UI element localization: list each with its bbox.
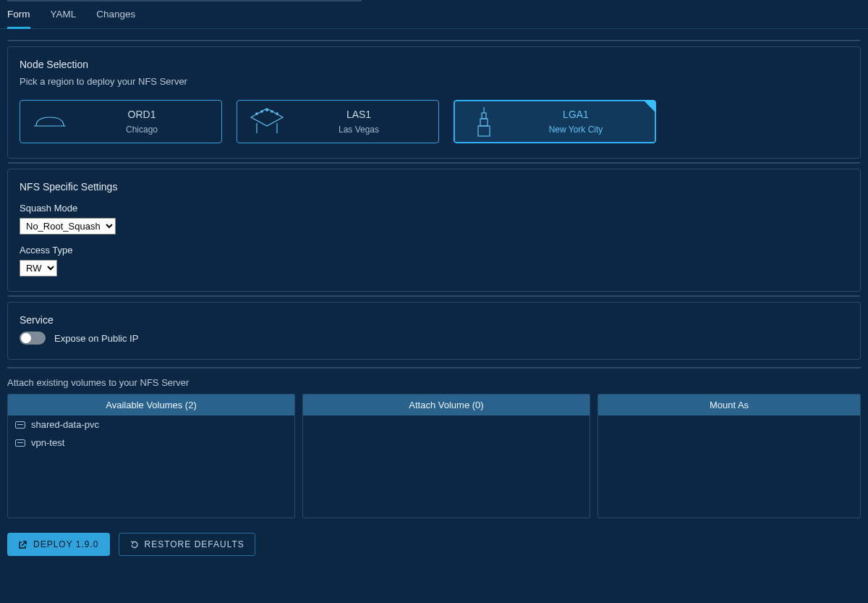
nfs-settings-title: NFS Specific Settings — [20, 181, 848, 193]
attach-volume-column: Attach Volume (0) — [302, 394, 590, 518]
disk-icon — [15, 439, 25, 447]
expose-public-ip-label: Expose on Public IP — [54, 333, 138, 344]
attach-volumes-help: Attach existing volumes to your NFS Serv… — [7, 367, 861, 394]
volume-name: shared-data-pvc — [31, 419, 99, 430]
nfs-settings-panel: NFS Specific Settings Squash Mode No_Roo… — [7, 169, 861, 292]
svg-rect-10 — [482, 113, 486, 119]
region-card-las1[interactable]: LAS1 Las Vegas — [237, 100, 439, 143]
svg-point-3 — [261, 111, 263, 112]
footer-actions: DEPLOY 1.9.0 RESTORE DEFAULTS — [0, 518, 868, 556]
svg-point-6 — [276, 113, 278, 114]
node-selection-panel: Node Selection Pick a region to deploy y… — [7, 46, 861, 159]
region-city: New York City — [505, 125, 647, 135]
node-selection-subtitle: Pick a region to deploy your NFS Server — [20, 76, 848, 87]
available-volumes-column: Available Volumes (2) shared-data-pvc vp… — [7, 394, 295, 518]
service-title: Service — [20, 314, 848, 326]
region-card-ord1[interactable]: ORD1 Chicago — [20, 100, 222, 143]
region-city: Las Vegas — [288, 125, 430, 135]
launch-icon — [18, 540, 27, 549]
squash-mode-select[interactable]: No_Root_Squash — [20, 218, 116, 235]
disk-icon — [15, 421, 25, 429]
svg-point-5 — [271, 111, 273, 112]
volumes-grid: Available Volumes (2) shared-data-pvc vp… — [7, 394, 861, 518]
volume-name: vpn-test — [31, 437, 64, 448]
volume-item[interactable]: shared-data-pvc — [8, 416, 294, 434]
access-type-select[interactable]: RW — [20, 260, 57, 277]
vegas-sign-icon — [246, 106, 288, 138]
tabbar: Form YAML Changes — [0, 1, 868, 29]
region-code: LAS1 — [288, 109, 430, 120]
svg-point-2 — [256, 113, 258, 114]
empire-state-icon — [463, 106, 505, 138]
restore-defaults-button[interactable]: RESTORE DEFAULTS — [119, 533, 255, 556]
tab-yaml[interactable]: YAML — [51, 9, 77, 28]
deploy-button-label: DEPLOY 1.9.0 — [33, 539, 99, 549]
restore-defaults-label: RESTORE DEFAULTS — [145, 539, 244, 549]
mount-as-column: Mount As — [597, 394, 861, 518]
tab-changes[interactable]: Changes — [96, 9, 135, 28]
svg-point-4 — [266, 109, 268, 111]
node-selection-title: Node Selection — [20, 59, 848, 70]
attach-volume-header: Attach Volume (0) — [303, 395, 590, 416]
mount-as-header: Mount As — [598, 395, 860, 416]
reset-icon — [129, 540, 139, 549]
expose-public-ip-toggle[interactable] — [20, 332, 46, 345]
region-code: LGA1 — [505, 109, 647, 120]
region-code: ORD1 — [71, 109, 213, 120]
svg-rect-11 — [480, 119, 488, 126]
svg-rect-12 — [478, 126, 490, 136]
cloud-gate-icon — [29, 106, 71, 138]
deploy-button[interactable]: DEPLOY 1.9.0 — [7, 533, 110, 556]
service-panel: Service Expose on Public IP — [7, 302, 861, 360]
volume-item[interactable]: vpn-test — [8, 434, 294, 452]
available-volumes-header: Available Volumes (2) — [8, 395, 294, 416]
access-type-label: Access Type — [20, 245, 848, 256]
region-card-lga1[interactable]: LGA1 New York City — [454, 100, 656, 143]
toggle-knob-icon — [21, 333, 31, 343]
squash-mode-label: Squash Mode — [20, 203, 848, 214]
region-city: Chicago — [71, 125, 213, 135]
regions-row: ORD1 Chicago — [20, 100, 848, 143]
tab-form[interactable]: Form — [7, 9, 30, 29]
